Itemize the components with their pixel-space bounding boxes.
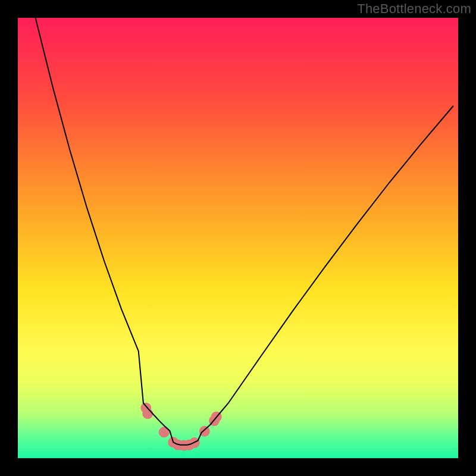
data-marker [142,408,153,419]
plot-area [18,18,458,458]
marker-group [140,403,221,451]
bottleneck-curve [36,18,453,445]
attribution-text: TheBottleneck.com [357,1,471,17]
curve-layer [18,18,458,458]
chart-container: TheBottleneck.com [0,0,476,476]
